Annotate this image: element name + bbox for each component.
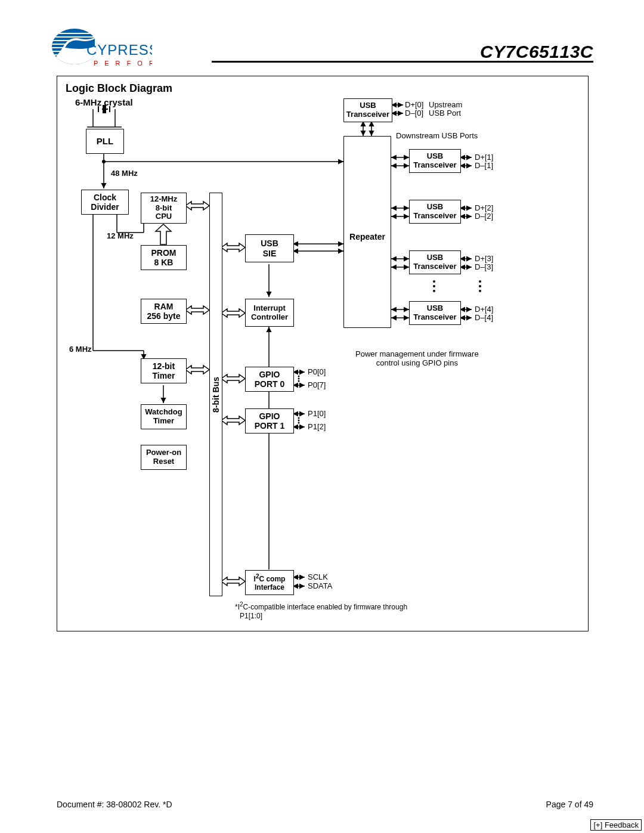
upstream-label: Upstream	[429, 100, 462, 109]
svg-point-37	[298, 376, 300, 377]
i2c-block: I2C compInterface	[245, 570, 294, 595]
part-number: CY7C65113C	[480, 42, 593, 62]
svg-point-67	[433, 280, 435, 283]
clk6-label: 6 MHz	[69, 345, 92, 354]
por-block: Power-on Reset	[141, 445, 187, 470]
page-footer: Document #: 38-08002 Rev. *D Page 7 of 4…	[57, 800, 593, 809]
i2c-note-a: *I2C-compatible interface enabled by fir…	[235, 601, 407, 611]
usb-transceiver-4: USB Transceiver	[409, 301, 461, 325]
svg-point-69	[433, 290, 435, 292]
usb-transceiver-2: USB Transceiver	[409, 200, 461, 224]
d0m-label: D–[0]	[405, 109, 423, 117]
clk48-label: 48 MHz	[111, 169, 138, 178]
page-number: Page 7 of 49	[546, 800, 593, 809]
svg-point-44	[298, 422, 300, 424]
p07-label: P0[7]	[308, 380, 326, 389]
gpio-port0-block: GPIO PORT 0	[245, 367, 294, 392]
svg-point-43	[298, 420, 300, 422]
logic-block-diagram: Logic Block Diagram	[57, 76, 589, 631]
usb-transceiver-0: USB Transceiver	[343, 98, 392, 122]
svg-point-68	[433, 285, 435, 287]
svg-point-39	[298, 380, 300, 382]
repeater-block: Repeater	[343, 136, 391, 328]
d0p-label: D+[0]	[405, 100, 423, 109]
sclk-label: SCLK	[308, 572, 328, 581]
downstream-ports-label: Downstream USB Ports	[396, 131, 478, 140]
d3m-label: D–[3]	[475, 262, 493, 271]
pll-block: PLL	[86, 129, 124, 154]
p12-label: P1[2]	[308, 422, 326, 431]
ram-block: RAM 256 byte	[141, 299, 187, 324]
d2p-label: D+[2]	[475, 203, 493, 212]
bus-block: 8-bit Bus	[209, 193, 222, 596]
svg-point-71	[479, 285, 481, 287]
header-underline	[212, 61, 593, 63]
feedback-button[interactable]: [+] Feedback	[590, 819, 642, 831]
svg-text:P E R F O R M: P E R F O R M	[94, 60, 152, 67]
svg-point-42	[298, 417, 300, 419]
p10-label: P1[0]	[308, 409, 326, 418]
usb-transceiver-3: USB Transceiver	[409, 250, 461, 274]
d1p-label: D+[1]	[475, 153, 493, 162]
prom-block: PROM 8 KB	[141, 245, 187, 270]
svg-point-72	[479, 290, 481, 292]
clock-divider-block: Clock Divider	[81, 190, 129, 215]
usbport-label: USB Port	[429, 109, 461, 117]
svg-point-38	[298, 378, 300, 380]
svg-text:CYPRESS: CYPRESS	[86, 42, 152, 58]
usb-sie-block: USB SIE	[245, 234, 294, 262]
doc-number: Document #: 38-08002 Rev. *D	[57, 800, 172, 809]
d2m-label: D–[2]	[475, 212, 493, 221]
gpio-port1-block: GPIO PORT 1	[245, 408, 294, 433]
page: CYPRESS P E R F O R M CY7C65113C Logic B…	[0, 0, 644, 833]
page-header: CYPRESS P E R F O R M CY7C65113C	[51, 24, 593, 72]
power-mgmt-note: Power management under firmware control …	[355, 349, 479, 367]
watchdog-block: Watchdog Timer	[141, 404, 187, 429]
svg-point-70	[479, 280, 481, 283]
diagram-connectors	[57, 76, 588, 631]
sdata-label: SDATA	[308, 581, 332, 590]
cpu-block: 12-MHz 8-bit CPU	[141, 193, 187, 224]
usb-transceiver-1: USB Transceiver	[409, 149, 461, 173]
interrupt-controller-block: Interrupt Controller	[245, 299, 294, 327]
d4m-label: D–[4]	[475, 313, 493, 322]
d4p-label: D+[4]	[475, 305, 493, 314]
p00-label: P0[0]	[308, 367, 326, 376]
crystal-label: 6-MHz crystal	[75, 97, 133, 107]
clk12-label: 12 MHz	[107, 231, 134, 240]
i2c-note-b: P1[1:0]	[240, 612, 262, 620]
d1m-label: D–[1]	[475, 161, 493, 170]
cypress-logo: CYPRESS P E R F O R M	[51, 24, 152, 72]
d3p-label: D+[3]	[475, 254, 493, 263]
timer-block: 12-bit Timer	[141, 358, 187, 383]
